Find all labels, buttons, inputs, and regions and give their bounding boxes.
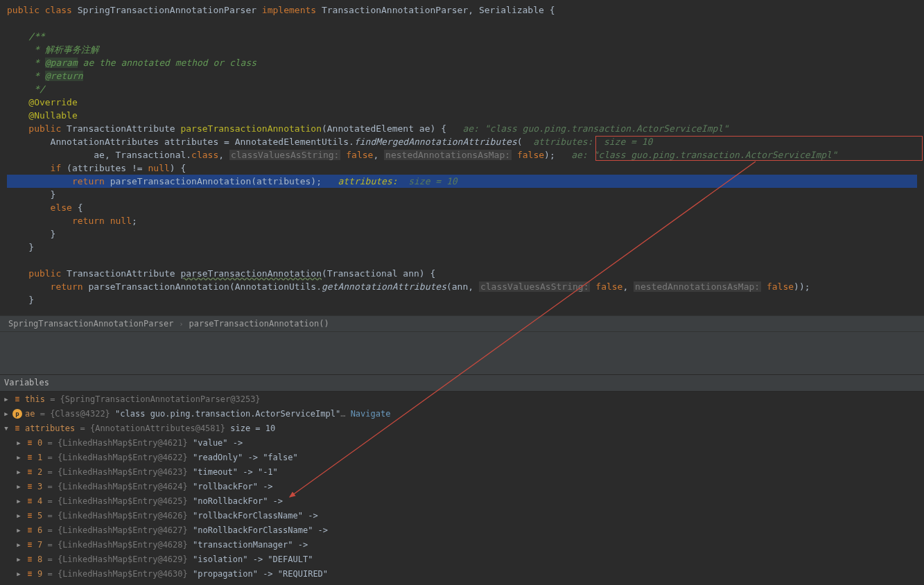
navigate-link[interactable]: Navigate: [351, 409, 391, 419]
variable-entry-row[interactable]: ▶≡2 = {LinkedHashMap$Entry@4623} "timeou…: [0, 464, 924, 479]
expand-arrow-icon[interactable]: ▶: [15, 498, 22, 505]
breadcrumb-method[interactable]: parseTransactionAnnotation(): [186, 319, 331, 329]
code-line: /**: [7, 30, 917, 43]
variable-icon: ≡: [25, 555, 35, 564]
variable-icon: ≡: [12, 394, 22, 404]
code-line: if (attributes != null) {: [7, 161, 917, 175]
expand-arrow-icon[interactable]: ▶: [15, 570, 22, 577]
expand-arrow-icon[interactable]: ▶: [15, 512, 22, 519]
parameter-icon: p: [12, 409, 22, 419]
variables-panel[interactable]: ▶ ≡ this = {SpringTransactionAnnotationP…: [0, 392, 924, 585]
code-line: * @param ae the annotated method or clas…: [7, 56, 917, 69]
variable-row-ae[interactable]: ▶ p ae = {Class@4322} "class guo.ping.tr…: [0, 406, 924, 421]
code-line: }: [7, 188, 917, 201]
variable-entry-row[interactable]: ▶≡1 = {LinkedHashMap$Entry@4622} "readOn…: [0, 450, 924, 464]
variables-tab-header[interactable]: Variables: [0, 375, 924, 392]
annotation-red-box: [595, 136, 923, 161]
code-line: return parseTransactionAnnotation(Annota…: [7, 280, 917, 293]
code-line: * 解析事务注解: [7, 43, 917, 56]
variable-icon: ≡: [25, 467, 35, 477]
variable-icon: ≡: [25, 496, 35, 506]
expand-arrow-icon[interactable]: ▶: [3, 410, 10, 417]
variable-entry-row[interactable]: ▶≡7 = {LinkedHashMap$Entry@4628} "transa…: [0, 537, 924, 552]
code-line: public TransactionAttribute parseTransac…: [7, 267, 917, 280]
variable-icon: ≡: [25, 482, 35, 491]
variable-icon: ≡: [25, 540, 35, 550]
expand-arrow-icon[interactable]: ▶: [15, 469, 22, 475]
variable-entry-row[interactable]: ▶≡3 = {LinkedHashMap$Entry@4624} "rollba…: [0, 479, 924, 494]
code-editor[interactable]: public class SpringTransactionAnnotation…: [0, 0, 924, 315]
expand-arrow-icon[interactable]: ▶: [15, 527, 22, 534]
code-line: * @return: [7, 69, 917, 82]
breadcrumb-bar: SpringTransactionAnnotationParser › pars…: [0, 315, 924, 332]
variable-row-this[interactable]: ▶ ≡ this = {SpringTransactionAnnotationP…: [0, 392, 924, 406]
expand-arrow-icon[interactable]: ▶: [15, 541, 22, 548]
panel-divider[interactable]: [0, 332, 924, 375]
variable-icon: ≡: [25, 569, 35, 579]
breadcrumb-class[interactable]: SpringTransactionAnnotationParser: [6, 319, 176, 329]
variable-icon: ≡: [25, 453, 35, 462]
code-line: public class SpringTransactionAnnotation…: [7, 3, 917, 17]
variable-icon: ≡: [25, 438, 35, 448]
expand-arrow-icon[interactable]: ▶: [15, 454, 22, 461]
code-line: [7, 254, 917, 267]
code-line: public TransactionAttribute parseTransac…: [7, 122, 917, 135]
code-line: return null;: [7, 214, 917, 227]
variable-entry-row[interactable]: ▶≡9 = {LinkedHashMap$Entry@4630} "propag…: [0, 566, 924, 581]
code-line: @Override: [7, 96, 917, 109]
code-line: else {: [7, 201, 917, 214]
code-line: }: [7, 241, 917, 254]
code-line: @Nullable: [7, 109, 917, 122]
variable-icon: ≡: [25, 511, 35, 521]
code-line: }: [7, 293, 917, 306]
variable-entry-row[interactable]: ▶≡5 = {LinkedHashMap$Entry@4626} "rollba…: [0, 508, 924, 523]
variable-row-attributes[interactable]: ▼ ≡ attributes = {AnnotationAttributes@4…: [0, 421, 924, 435]
expand-arrow-icon[interactable]: ▶: [15, 439, 22, 446]
code-line: */: [7, 82, 917, 96]
chevron-right-icon: ›: [176, 320, 186, 328]
variable-entry-row[interactable]: ▶≡8 = {LinkedHashMap$Entry@4629} "isolat…: [0, 552, 924, 566]
variable-entry-row[interactable]: ▶≡4 = {LinkedHashMap$Entry@4625} "noRoll…: [0, 494, 924, 508]
variable-icon: ≡: [12, 424, 22, 433]
current-execution-line: return parseTransactionAnnotation(attrib…: [7, 175, 917, 188]
variable-entry-row[interactable]: ▶≡0 = {LinkedHashMap$Entry@4621} "value"…: [0, 435, 924, 450]
variable-entry-row[interactable]: ▶≡6 = {LinkedHashMap$Entry@4627} "noRoll…: [0, 523, 924, 537]
expand-arrow-icon[interactable]: ▶: [15, 483, 22, 490]
code-line: }: [7, 227, 917, 241]
expand-arrow-icon[interactable]: ▶: [15, 556, 22, 563]
collapse-arrow-icon[interactable]: ▼: [3, 425, 10, 432]
expand-arrow-icon[interactable]: ▶: [3, 396, 10, 403]
variable-icon: ≡: [25, 525, 35, 535]
code-line: [7, 17, 917, 30]
